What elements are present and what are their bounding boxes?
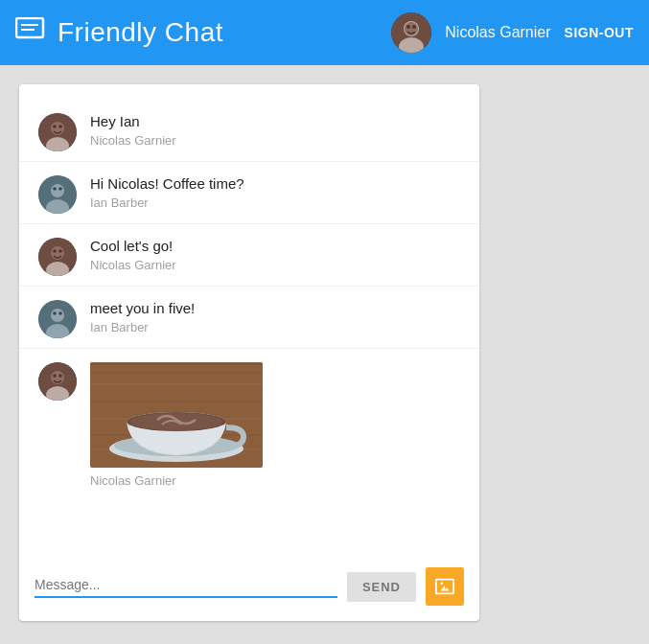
message-sender: Nicolas Garnier xyxy=(90,258,460,272)
message-text: Hey Ian xyxy=(90,113,460,129)
message-content: Hey IanNicolas Garnier xyxy=(90,113,460,148)
send-button[interactable]: SEND xyxy=(347,572,416,602)
svg-point-11 xyxy=(53,125,57,128)
svg-point-27 xyxy=(58,311,62,315)
svg-rect-38 xyxy=(90,401,263,402)
svg-point-31 xyxy=(53,374,57,378)
message-avatar xyxy=(38,113,77,151)
svg-point-26 xyxy=(53,311,57,315)
user-name: Nicolas Garnier xyxy=(445,24,550,41)
messages-list: Hey IanNicolas Garnier Hi Nicolas! Coffe… xyxy=(19,84,479,554)
header-right: Nicolas Garnier SIGN-OUT xyxy=(391,12,634,53)
message-content: Nicolas Garnier xyxy=(90,362,460,488)
svg-point-21 xyxy=(53,249,57,253)
svg-point-16 xyxy=(53,187,57,191)
message-avatar xyxy=(38,238,77,276)
avatar xyxy=(391,12,431,53)
svg-point-47 xyxy=(440,582,443,585)
message-avatar xyxy=(38,175,77,214)
message-text: meet you in five! xyxy=(90,300,460,316)
message-sender: Nicolas Garnier xyxy=(90,133,460,148)
message-item: Cool let's go!Nicolas Garnier xyxy=(19,224,479,287)
message-item: Nicolas Garnier xyxy=(19,349,479,497)
message-item: Hey IanNicolas Garnier xyxy=(19,100,479,162)
message-text: Cool let's go! xyxy=(90,238,460,254)
message-text: Hi Nicolas! Coffee time? xyxy=(90,175,460,192)
main-content: Hey IanNicolas Garnier Hi Nicolas! Coffe… xyxy=(0,65,649,640)
header-left: Friendly Chat xyxy=(15,17,223,49)
svg-rect-0 xyxy=(16,18,43,37)
chat-icon xyxy=(15,17,46,49)
message-sender: Ian Barber xyxy=(90,196,460,210)
svg-point-15 xyxy=(51,184,64,197)
message-content: meet you in five!Ian Barber xyxy=(90,300,460,334)
app-header: Friendly Chat Nicolas Garnier SIGN-OUT xyxy=(0,0,649,65)
message-content: Cool let's go!Nicolas Garnier xyxy=(90,238,460,272)
chat-card: Hey IanNicolas Garnier Hi Nicolas! Coffe… xyxy=(19,84,479,621)
message-avatar xyxy=(38,362,77,401)
svg-rect-36 xyxy=(90,372,263,374)
svg-point-25 xyxy=(51,309,64,322)
message-image xyxy=(90,362,263,468)
message-avatar xyxy=(38,300,77,338)
message-item: Hi Nicolas! Coffee time?Ian Barber xyxy=(19,162,479,224)
input-area: SEND xyxy=(19,554,479,621)
svg-point-22 xyxy=(58,249,62,253)
svg-point-32 xyxy=(58,374,62,378)
svg-point-12 xyxy=(58,125,62,128)
svg-point-8 xyxy=(412,25,416,29)
app-title: Friendly Chat xyxy=(58,17,223,48)
input-row: SEND xyxy=(35,567,464,606)
image-upload-button[interactable] xyxy=(426,567,464,606)
message-item: meet you in five!Ian Barber xyxy=(19,287,479,349)
message-content: Hi Nicolas! Coffee time?Ian Barber xyxy=(90,175,460,210)
svg-point-17 xyxy=(58,187,62,191)
svg-rect-35 xyxy=(90,362,263,365)
message-input[interactable] xyxy=(35,575,337,598)
message-sender: Ian Barber xyxy=(90,320,460,334)
svg-point-7 xyxy=(406,25,410,29)
svg-rect-37 xyxy=(90,383,263,385)
message-sender: Nicolas Garnier xyxy=(90,473,460,488)
sign-out-button[interactable]: SIGN-OUT xyxy=(565,25,634,40)
image-icon xyxy=(434,576,455,597)
